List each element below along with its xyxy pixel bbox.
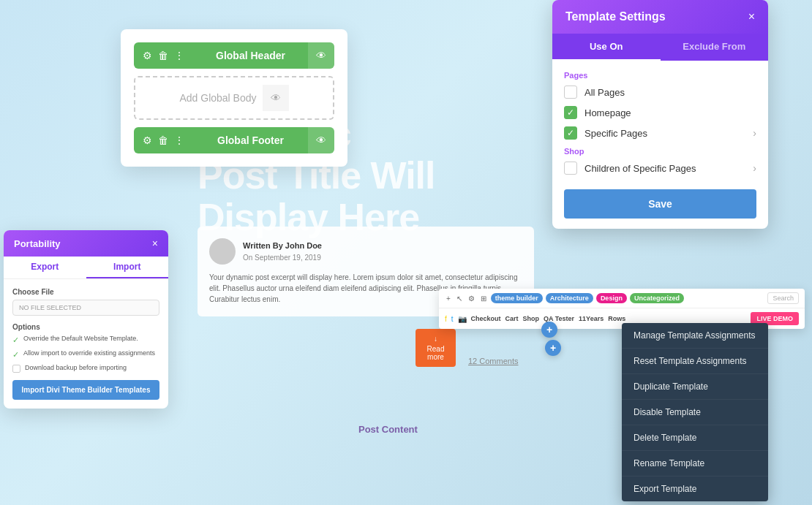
template-settings-close-button[interactable]: × [748, 10, 755, 23]
tag-uncategorized[interactable]: Uncategorized [630, 293, 684, 303]
avatar [209, 238, 236, 265]
options-label: Options [12, 323, 159, 331]
eye-icon: 👁 [271, 92, 281, 104]
portability-tab-import[interactable]: Import [86, 257, 169, 278]
homepage-label: Homepage [584, 107, 756, 118]
context-duplicate-template[interactable]: Duplicate Template [622, 374, 768, 400]
context-manage-assignments[interactable]: Manage Template Assignments [622, 323, 768, 349]
eye-icon: 👁 [316, 134, 326, 146]
option-row-1: ✓ Override the Default Website Template. [12, 335, 159, 345]
footer-row-icons: ⚙ 🗑 ⋮ [134, 127, 193, 153]
portability-tab-export[interactable]: Export [4, 257, 86, 278]
dots-icon[interactable]: ⋮ [174, 50, 184, 61]
checkbox-all-pages[interactable] [564, 86, 577, 99]
tag-design[interactable]: Design [596, 293, 627, 303]
toolbar-top-row: + ↖ ⚙ ⊞ theme builder Architecture Desig… [439, 289, 805, 308]
read-more-button[interactable]: ↓ Read more [416, 329, 456, 367]
template-settings-header: Template Settings × [552, 0, 768, 34]
context-disable-template[interactable]: Disable Template [622, 400, 768, 425]
option-text-1: Override the Default Website Template. [23, 335, 138, 343]
post-content-section-label: Post Content [358, 424, 418, 435]
file-input[interactable]: NO FILE SELECTED [12, 300, 159, 316]
comments-label[interactable]: 12 Comments [468, 357, 518, 365]
gear-icon[interactable]: ⚙ [143, 134, 152, 146]
context-menu: Manage Template Assignments Reset Templa… [622, 323, 768, 501]
ts-item-children-specific: Children of Specific Pages › [564, 162, 756, 175]
context-delete-template[interactable]: Delete Template [622, 425, 768, 451]
read-more-label: Read more [418, 345, 453, 361]
toolbar-settings-icon[interactable]: ⚙ [467, 293, 476, 304]
gear-icon[interactable]: ⚙ [143, 50, 152, 61]
template-settings-title: Template Settings [565, 10, 666, 23]
toolbar-cursor-icon[interactable]: ↖ [455, 293, 464, 304]
arrow-down-icon: ↓ [434, 335, 437, 343]
global-header-eye-button[interactable]: 👁 [308, 42, 334, 69]
all-pages-label: All Pages [584, 87, 756, 98]
options-section: Options ✓ Override the Default Website T… [12, 323, 159, 373]
chevron-right-icon: › [753, 127, 756, 139]
global-footer-eye-button[interactable]: 👁 [308, 127, 334, 153]
checkbox-homepage[interactable]: ✓ [564, 106, 577, 119]
dots-icon[interactable]: ⋮ [174, 134, 184, 146]
toolbar-grid-icon[interactable]: ⊞ [479, 293, 488, 304]
check-icon-2: ✓ [12, 350, 19, 360]
portability-header: Portability × [4, 230, 168, 257]
tag-theme-builder[interactable]: theme builder [491, 293, 543, 303]
social-fb-icon[interactable]: f [445, 315, 447, 323]
global-footer-row: ⚙ 🗑 ⋮ Global Footer 👁 [134, 127, 334, 153]
template-settings-body: Pages All Pages ✓ Homepage ✓ Specific Pa… [552, 61, 768, 229]
check-icon-1: ✓ [12, 335, 19, 345]
tab-exclude-from[interactable]: Exclude From [661, 34, 769, 61]
file-placeholder: NO FILE SELECTED [19, 304, 81, 311]
check-mark-homepage: ✓ [567, 107, 574, 118]
nav-11years[interactable]: 11Years [579, 315, 604, 322]
portability-close-button[interactable]: × [152, 238, 158, 249]
portability-title: Portability [14, 238, 61, 249]
template-settings-panel: Template Settings × Use On Exclude From … [552, 0, 768, 229]
tag-architecture[interactable]: Architecture [546, 293, 593, 303]
author-name: Written By John Doe [243, 240, 322, 252]
social-twitter-icon[interactable]: t [451, 315, 454, 323]
context-reset-assignments[interactable]: Reset Template Assignments [622, 349, 768, 374]
social-instagram-icon[interactable]: 📷 [458, 315, 467, 323]
plus-circle-1[interactable]: + [541, 322, 557, 338]
nav-shop[interactable]: Shop [523, 315, 540, 322]
trash-icon[interactable]: 🗑 [158, 50, 168, 61]
shop-section-label: Shop [564, 147, 756, 156]
add-global-body-eye-button[interactable]: 👁 [263, 85, 289, 111]
context-export-template[interactable]: Export Template [622, 476, 768, 501]
header-row-icons: ⚙ 🗑 ⋮ [134, 42, 193, 69]
global-footer-label: Global Footer [193, 134, 308, 146]
eye-icon: 👁 [316, 50, 326, 61]
tab-use-on[interactable]: Use On [552, 34, 661, 61]
add-global-body-row[interactable]: Add Global Body 👁 [134, 76, 334, 120]
template-settings-tabs: Use On Exclude From [552, 34, 768, 61]
choose-file-label: Choose File [12, 288, 159, 296]
add-global-body-label: Add Global Body [179, 92, 256, 104]
children-specific-label: Children of Specific Pages [584, 163, 745, 174]
trash-icon[interactable]: 🗑 [158, 134, 168, 146]
checkbox-specific-pages[interactable]: ✓ [564, 126, 577, 140]
author-date: On September 19, 2019 [243, 252, 322, 263]
checkbox-children-specific[interactable] [564, 162, 577, 175]
nav-cart[interactable]: Cart [505, 315, 519, 322]
global-header-label: Global Header [193, 50, 308, 61]
template-blocks-panel: ⚙ 🗑 ⋮ Global Header 👁 Add Global Body 👁 … [121, 29, 347, 167]
option-text-2: Allow import to override existing assign… [23, 349, 155, 358]
global-header-row: ⚙ 🗑 ⋮ Global Header 👁 [134, 42, 334, 69]
checkbox-empty-3[interactable] [12, 365, 20, 373]
toolbar-plus-icon[interactable]: + [445, 293, 452, 304]
check-mark-specific-pages: ✓ [567, 128, 574, 138]
portability-panel: Portability × Export Import Choose File … [4, 230, 168, 409]
plus-circle-2[interactable]: + [545, 340, 561, 356]
nav-checkout[interactable]: Checkout [471, 315, 501, 322]
portability-tabs: Export Import [4, 257, 168, 279]
save-button[interactable]: Save [564, 189, 756, 219]
author-info: Written By John Doe On September 19, 201… [243, 240, 322, 263]
toolbar-tags: theme builder Architecture Design Uncate… [491, 293, 684, 303]
import-button[interactable]: Import Divi Theme Builder Templates [12, 380, 159, 400]
search-bar[interactable]: Search [767, 292, 799, 304]
nav-rows[interactable]: Rows [608, 315, 625, 322]
ts-item-specific-pages: ✓ Specific Pages › [564, 126, 756, 140]
context-rename-template[interactable]: Rename Template [622, 451, 768, 476]
